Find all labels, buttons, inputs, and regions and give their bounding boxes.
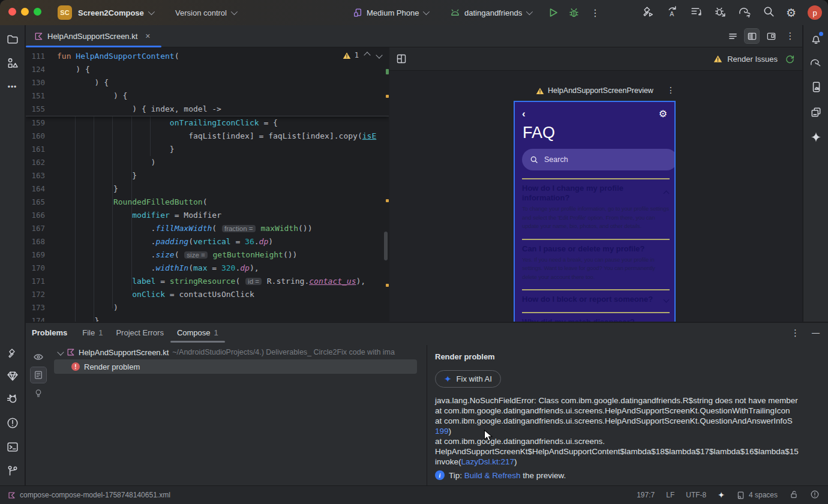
- close-window-button[interactable]: [8, 8, 16, 16]
- project-menu[interactable]: Screen2Compose: [78, 0, 153, 25]
- problem-row-selected[interactable]: ! Render problem: [54, 359, 417, 374]
- gradle-tool-icon[interactable]: [807, 54, 825, 72]
- debug-button[interactable]: [568, 0, 580, 25]
- terminal-tool-icon[interactable]: [4, 438, 22, 456]
- tool-window-title[interactable]: Problems: [32, 328, 67, 337]
- refresh-icon[interactable]: [785, 54, 795, 64]
- code-line-163[interactable]: 163 }: [26, 169, 389, 182]
- run-button[interactable]: [548, 0, 559, 25]
- code-line-171[interactable]: 171 label = stringResource( id = R.strin…: [26, 275, 389, 288]
- code-line-169[interactable]: 169 .size( size = getButtonHeight()): [26, 248, 389, 262]
- quick-fix-bulb-icon[interactable]: [31, 385, 46, 401]
- build-and-run-icon[interactable]: [642, 5, 655, 20]
- code-line-172[interactable]: 172 onClick = contactUsOnClick: [26, 288, 389, 301]
- prev-issue-icon[interactable]: [364, 52, 370, 58]
- device-selector[interactable]: Medium Phone: [353, 0, 428, 25]
- line-separator[interactable]: LF: [666, 491, 674, 499]
- editor-view-split-icon[interactable]: [745, 29, 759, 43]
- close-tab-icon[interactable]: ×: [145, 31, 150, 41]
- editor-scrollbar[interactable]: [384, 232, 388, 260]
- tab-project-errors[interactable]: Project Errors: [116, 328, 163, 337]
- notifications-bell-icon[interactable]: [807, 30, 825, 48]
- details-panel-toggle-icon[interactable]: [31, 367, 46, 383]
- running-devices-icon[interactable]: [807, 78, 825, 96]
- avatar[interactable]: p: [808, 5, 822, 20]
- code-line-170[interactable]: 170 .widthIn(max = 320.dp),: [26, 262, 389, 275]
- code-line-111[interactable]: 111fun HelpAndSupportContent(: [26, 50, 389, 63]
- code-line-124[interactable]: 124 ) {: [26, 63, 389, 76]
- gradle-sync-icon[interactable]: [738, 5, 751, 20]
- caret-position[interactable]: 197:7: [637, 491, 655, 499]
- write-access-lock-icon[interactable]: [789, 490, 799, 501]
- code-line-161[interactable]: 161 }: [26, 143, 389, 156]
- inspection-widget[interactable]: 1: [343, 51, 382, 59]
- code-editor[interactable]: 111fun HelpAndSupportContent(124 ) {130 …: [26, 47, 389, 322]
- preview-options-kebab[interactable]: ⋮: [667, 85, 675, 95]
- git-tool-icon[interactable]: [4, 462, 22, 480]
- attach-debugger-icon[interactable]: [714, 5, 727, 20]
- version-control-menu[interactable]: Version control: [175, 0, 236, 25]
- resource-manager-icon[interactable]: [4, 54, 22, 72]
- run-configuration-selector[interactable]: datingandfriends: [450, 0, 531, 25]
- zoom-window-button[interactable]: [34, 8, 41, 16]
- tab-helpandsupportscreen[interactable]: HelpAndSupportScreen.kt ×: [26, 25, 161, 47]
- code-line-130[interactable]: 130 ) {: [26, 76, 389, 89]
- tab-options-kebab[interactable]: ⋮: [783, 29, 797, 43]
- code-line-173[interactable]: 173 ): [26, 301, 389, 314]
- file-encoding[interactable]: UTF-8: [686, 491, 706, 499]
- code-line-167[interactable]: 167 .fillMaxWidth( fraction = maxWidth()…: [26, 222, 389, 235]
- code-line-168[interactable]: 168 .padding(vertical = 36.dp): [26, 235, 389, 248]
- faq-question[interactable]: Why did my match disappear?: [522, 317, 670, 322]
- source-link[interactable]: 199: [435, 427, 449, 436]
- code-line-165[interactable]: 165 RoundedFilledButton(: [26, 196, 389, 209]
- gemini-sparkle-icon[interactable]: [807, 128, 825, 146]
- code-line-159[interactable]: 159 onTrailingIconClick = {: [26, 116, 389, 130]
- source-link[interactable]: LazyDsl.kt:217: [461, 457, 515, 466]
- tab-file[interactable]: File1: [82, 328, 103, 337]
- render-issues-label[interactable]: Render Issues: [727, 55, 778, 64]
- stack-trace[interactable]: java.lang.NoSuchFieldError: Class com.ib…: [435, 395, 828, 467]
- preview-device-frame[interactable]: ‹ ⚙ FAQ Search How do I change my profil…: [514, 101, 676, 322]
- build-refresh-link[interactable]: Build & Refresh: [464, 471, 521, 480]
- app-quality-insights-icon[interactable]: [4, 367, 22, 385]
- minimize-window-button[interactable]: [21, 8, 29, 16]
- apply-code-changes-icon[interactable]: [690, 5, 703, 20]
- statusbar-file[interactable]: compose-compose-model-1758748140651.xml: [0, 491, 170, 499]
- project-tool-icon[interactable]: [4, 30, 22, 48]
- code-line-164[interactable]: 164 }: [26, 182, 389, 196]
- panel-options-kebab[interactable]: ⋮: [791, 328, 800, 338]
- more-actions-kebab[interactable]: ⋮: [590, 0, 600, 25]
- faq-question[interactable]: How do I block or report someone?: [522, 295, 670, 304]
- fix-with-ai-button[interactable]: ✦ Fix with AI: [435, 370, 501, 388]
- code-line-151[interactable]: 151 ) {: [26, 89, 389, 103]
- ai-status-sparkle-icon[interactable]: ✦: [718, 490, 725, 500]
- indent-setting[interactable]: 4 spaces: [736, 491, 778, 500]
- logcat-icon[interactable]: [4, 390, 22, 408]
- tab-compose[interactable]: Compose1: [177, 328, 218, 337]
- settings-gear-icon[interactable]: ⚙: [786, 7, 796, 19]
- apply-changes-icon[interactable]: A: [666, 5, 679, 20]
- faq-question[interactable]: Can I pause or delete my profile?: [522, 244, 670, 254]
- editor-view-code-icon[interactable]: [725, 29, 740, 43]
- preview-layout-grid-icon[interactable]: [396, 53, 407, 64]
- preview-title-row[interactable]: HelpAndSupportScreenPreview: [514, 86, 676, 95]
- device-manager-icon[interactable]: [807, 103, 825, 121]
- preview-eye-icon[interactable]: [31, 349, 46, 365]
- preview-canvas[interactable]: HelpAndSupportScreenPreview ⋮ ‹ ⚙ FAQ Se…: [389, 71, 802, 322]
- back-chevron-icon[interactable]: ‹: [522, 109, 526, 119]
- settings-gear-icon[interactable]: ⚙: [659, 108, 667, 119]
- code-line-155[interactable]: 155 ) { index, model ->: [26, 103, 389, 116]
- faq-question[interactable]: How do I change my profile information?: [522, 184, 670, 203]
- search-everywhere-icon[interactable]: [763, 5, 775, 20]
- code-line-166[interactable]: 166 modifier = Modifier: [26, 209, 389, 222]
- problem-file-row[interactable]: HelpAndSupportScreen.kt ~/AndroidStudioP…: [50, 345, 426, 359]
- code-line-160[interactable]: 160 faqList[index] = faqList[index].copy…: [26, 130, 389, 143]
- background-tasks-icon[interactable]: [810, 490, 820, 501]
- code-line-162[interactable]: 162 ): [26, 156, 389, 169]
- editor-view-design-icon[interactable]: [764, 29, 778, 43]
- hide-panel-icon[interactable]: —: [812, 328, 820, 337]
- problems-tool-icon[interactable]: [4, 414, 22, 432]
- faq-search-bar[interactable]: Search: [522, 149, 676, 170]
- build-tool-icon[interactable]: [4, 344, 22, 362]
- expand-chevron-icon[interactable]: [57, 349, 64, 355]
